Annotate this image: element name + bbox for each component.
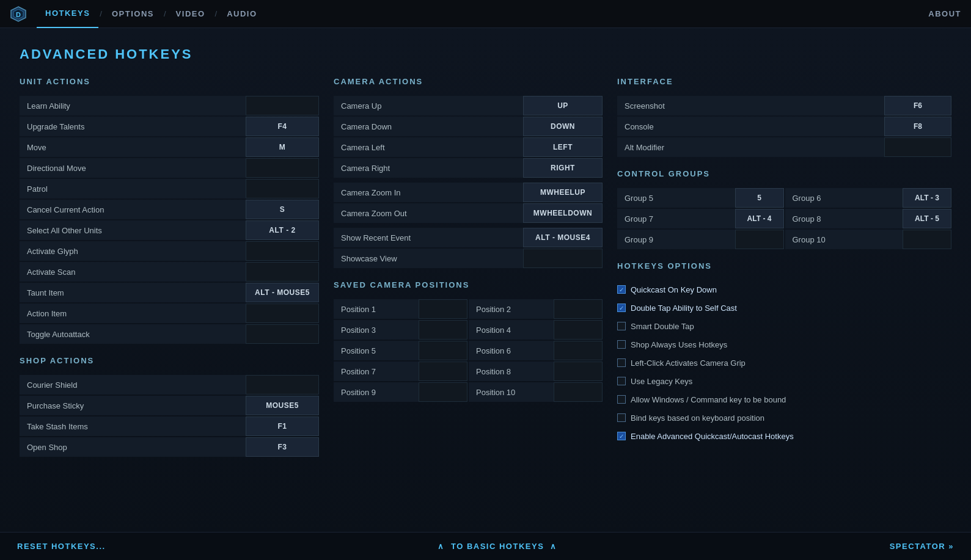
key-binding[interactable]: F4 bbox=[246, 117, 319, 136]
table-row: Position 10 bbox=[469, 382, 603, 402]
key-binding[interactable]: 5 bbox=[735, 188, 784, 208]
table-row: Console F8 bbox=[617, 117, 951, 136]
top-nav: D HOTKEYS / OPTIONS / VIDEO / AUDIO ABOU… bbox=[0, 0, 971, 28]
table-row: Camera Up UP bbox=[334, 96, 603, 115]
quickcast-checkbox[interactable] bbox=[617, 285, 626, 294]
table-row: Group 7 ALT - 4 bbox=[617, 209, 784, 228]
key-binding[interactable] bbox=[246, 96, 319, 115]
nav-hotkeys[interactable]: HOTKEYS bbox=[37, 0, 98, 28]
table-row: Screenshot F6 bbox=[617, 96, 951, 115]
table-row: Purchase Sticky MOUSE5 bbox=[20, 396, 319, 415]
key-binding[interactable]: LEFT bbox=[523, 137, 603, 157]
key-binding[interactable]: ALT - MOUSE4 bbox=[523, 228, 603, 247]
position-label: Position 1 bbox=[334, 299, 419, 319]
key-binding[interactable] bbox=[246, 375, 319, 395]
key-binding[interactable] bbox=[884, 137, 951, 157]
key-binding[interactable] bbox=[554, 382, 603, 402]
legacy-keys-checkbox[interactable] bbox=[617, 377, 626, 385]
spectator-button[interactable]: SPECTATOR » bbox=[890, 542, 954, 551]
nav-about[interactable]: ABOUT bbox=[928, 9, 961, 18]
key-binding[interactable]: ALT - 3 bbox=[903, 188, 951, 208]
double-tap-checkbox[interactable] bbox=[617, 304, 626, 312]
key-binding[interactable]: DOWN bbox=[523, 117, 603, 136]
camera-grip-checkbox[interactable] bbox=[617, 358, 626, 367]
table-row: Position 7 bbox=[334, 362, 467, 381]
nav-video[interactable]: VIDEO bbox=[167, 0, 214, 28]
key-binding[interactable] bbox=[419, 382, 467, 402]
basic-hotkeys-button[interactable]: ∧ TO BASIC HOTKEYS ∧ bbox=[438, 542, 557, 551]
checkbox-label: Left-Click Activates Camera Grip bbox=[631, 358, 746, 368]
key-binding[interactable]: RIGHT bbox=[523, 158, 603, 178]
list-item: Smart Double Tap bbox=[617, 317, 951, 335]
advanced-quickcast-checkbox[interactable] bbox=[617, 432, 626, 440]
key-binding[interactable] bbox=[554, 341, 603, 360]
action-label: Courier Shield bbox=[20, 375, 246, 395]
key-binding[interactable] bbox=[735, 230, 784, 249]
list-item: Bind keys based on keyboard position bbox=[617, 409, 951, 427]
key-binding[interactable] bbox=[523, 249, 603, 268]
shop-actions-header: SHOP ACTIONS bbox=[20, 356, 319, 368]
key-binding[interactable]: M bbox=[246, 137, 319, 157]
key-binding[interactable]: UP bbox=[523, 96, 603, 115]
list-item: Double Tap Ability to Self Cast bbox=[617, 299, 951, 317]
key-binding[interactable] bbox=[246, 262, 319, 282]
smart-double-tap-checkbox[interactable] bbox=[617, 322, 626, 330]
key-binding[interactable] bbox=[554, 362, 603, 381]
key-binding[interactable] bbox=[903, 230, 951, 249]
nav-sep-1: / bbox=[100, 9, 102, 18]
table-row: Group 10 bbox=[785, 230, 952, 249]
list-item: Use Legacy Keys bbox=[617, 372, 951, 390]
windows-key-checkbox[interactable] bbox=[617, 395, 626, 404]
key-binding[interactable] bbox=[246, 158, 319, 178]
key-binding[interactable]: ALT - 5 bbox=[903, 209, 951, 228]
main-content: ADVANCED HOTKEYS UNIT ACTIONS Learn Abil… bbox=[0, 28, 971, 560]
key-binding[interactable]: MWHEELDOWN bbox=[523, 203, 603, 223]
list-item: Enable Advanced Quickcast/Autocast Hotke… bbox=[617, 427, 951, 445]
key-binding[interactable] bbox=[554, 299, 603, 319]
table-row: Position 5 bbox=[334, 341, 467, 360]
table-row: Open Shop F3 bbox=[20, 437, 319, 457]
chevron-up-icon: ∧ bbox=[438, 542, 445, 551]
key-binding[interactable]: F1 bbox=[246, 416, 319, 436]
key-binding[interactable]: F8 bbox=[884, 117, 951, 136]
shop-hotkeys-checkbox[interactable] bbox=[617, 340, 626, 349]
hotkeys-options-header: HOTKEYS OPTIONS bbox=[617, 261, 951, 273]
key-binding[interactable]: ALT - 4 bbox=[735, 209, 784, 228]
key-binding[interactable] bbox=[246, 241, 319, 261]
checkbox-label: Bind keys based on keyboard position bbox=[631, 413, 764, 423]
key-binding[interactable]: S bbox=[246, 200, 319, 219]
table-row: Position 1 bbox=[334, 299, 467, 319]
key-binding[interactable] bbox=[419, 299, 467, 319]
left-column: UNIT ACTIONS Learn Ability Upgrade Talen… bbox=[20, 77, 319, 469]
key-binding[interactable]: ALT - 2 bbox=[246, 220, 319, 240]
table-row: Position 3 bbox=[334, 320, 467, 340]
nav-options[interactable]: OPTIONS bbox=[103, 0, 163, 28]
key-binding[interactable]: MOUSE5 bbox=[246, 396, 319, 415]
nav-sep-2: / bbox=[164, 9, 166, 18]
table-row: Position 6 bbox=[469, 341, 603, 360]
checkbox-label: Enable Advanced Quickcast/Autocast Hotke… bbox=[631, 432, 794, 441]
key-binding[interactable] bbox=[246, 324, 319, 344]
key-binding[interactable]: F3 bbox=[246, 437, 319, 457]
position-label: Position 5 bbox=[334, 341, 419, 360]
list-item: Shop Always Uses Hotkeys bbox=[617, 335, 951, 354]
reset-hotkeys-button[interactable]: RESET HOTKEYS... bbox=[17, 542, 106, 551]
keyboard-position-checkbox[interactable] bbox=[617, 413, 626, 422]
key-binding[interactable] bbox=[419, 320, 467, 340]
table-row: Directional Move bbox=[20, 158, 319, 178]
nav-audio[interactable]: AUDIO bbox=[218, 0, 265, 28]
key-binding[interactable]: F6 bbox=[884, 96, 951, 115]
key-binding[interactable] bbox=[419, 362, 467, 381]
key-binding[interactable] bbox=[246, 179, 319, 198]
key-binding[interactable]: MWHEELUP bbox=[523, 183, 603, 202]
key-binding[interactable]: ALT - MOUSE5 bbox=[246, 283, 319, 302]
table-row: Camera Zoom Out MWHEELDOWN bbox=[334, 203, 603, 223]
table-row: Move M bbox=[20, 137, 319, 157]
key-binding[interactable] bbox=[554, 320, 603, 340]
table-row: Select All Other Units ALT - 2 bbox=[20, 220, 319, 240]
position-label: Position 2 bbox=[469, 299, 554, 319]
saved-positions-header: SAVED CAMERA POSITIONS bbox=[334, 280, 603, 292]
key-binding[interactable] bbox=[246, 304, 319, 323]
checkbox-label: Smart Double Tap bbox=[631, 322, 694, 331]
key-binding[interactable] bbox=[419, 341, 467, 360]
